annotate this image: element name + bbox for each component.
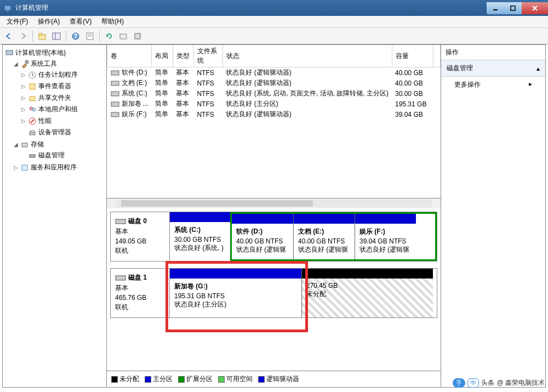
event-icon bbox=[28, 82, 37, 91]
properties-button[interactable] bbox=[83, 30, 96, 43]
users-icon bbox=[28, 105, 37, 114]
extended-partition[interactable]: 软件 (D:)40.00 GB NTFS状态良好 (逻辑驱文档 (E:)40.0… bbox=[230, 212, 437, 261]
tree-storage[interactable]: ◢存储 bbox=[12, 139, 105, 150]
horizontal-scrollbar[interactable] bbox=[107, 198, 441, 208]
window-maximize-button[interactable] bbox=[504, 2, 522, 14]
scrollbar-thumb[interactable] bbox=[121, 200, 313, 207]
disk-type: 基本 bbox=[115, 283, 165, 293]
tree-shared-folders[interactable]: ▷共享文件夹 bbox=[19, 93, 105, 103]
disk-size: 149.05 GB bbox=[115, 237, 165, 245]
partition[interactable]: 新加卷 (G:)195.31 GB NTFS状态良好 (主分区) bbox=[170, 269, 301, 317]
menu-file[interactable]: 文件(F) bbox=[2, 16, 32, 27]
chevron-right-icon: ▸ bbox=[529, 80, 532, 89]
svg-rect-13 bbox=[120, 34, 127, 39]
svg-rect-19 bbox=[30, 96, 35, 101]
legend: 未分配 主分区 扩展分区 可用空间 逻辑驱动器 bbox=[107, 371, 441, 387]
watermark-prefix: 头条 bbox=[481, 378, 494, 388]
legend-extended: 扩展分区 bbox=[178, 374, 213, 384]
tree-label: 共享文件夹 bbox=[38, 93, 71, 103]
svg-point-27 bbox=[34, 156, 35, 157]
tree-label: 磁盘管理 bbox=[38, 151, 65, 160]
disk-header[interactable]: 磁盘 0 基本 149.05 GB 联机 bbox=[111, 212, 170, 261]
disk-state: 联机 bbox=[115, 303, 165, 312]
tree-label: 事件查看器 bbox=[38, 82, 71, 91]
refresh-button[interactable] bbox=[102, 30, 116, 43]
disk-label: 磁盘 1 bbox=[128, 274, 147, 281]
toolbar-button-a[interactable] bbox=[117, 30, 130, 43]
volume-row[interactable]: 娱乐 (F:)简单基本NTFS状态良好 (逻辑驱动器)39.04 GB bbox=[107, 109, 441, 120]
svg-rect-14 bbox=[135, 33, 140, 39]
tree-disk-management[interactable]: 磁盘管理 bbox=[19, 150, 105, 161]
partition[interactable]: 文档 (E:)40.00 GB NTFS状态良好 (逻辑驱 bbox=[293, 214, 355, 259]
partition[interactable]: 娱乐 (F:)39.04 GB NTFS状态良好 (逻辑驱 bbox=[355, 214, 416, 259]
menu-help[interactable]: 帮助(H) bbox=[97, 16, 128, 27]
show-hide-tree-button[interactable] bbox=[50, 30, 63, 43]
disk-row[interactable]: 磁盘 0 基本 149.05 GB 联机 系统 (C:)30.00 GB NTF… bbox=[110, 212, 437, 262]
svg-rect-0 bbox=[4, 5, 11, 10]
col-volume[interactable]: 卷 bbox=[107, 45, 152, 67]
svg-rect-3 bbox=[511, 6, 515, 10]
partition[interactable]: 软件 (D:)40.00 GB NTFS状态良好 (逻辑驱 bbox=[232, 214, 293, 259]
partition[interactable]: 系统 (C:)30.00 GB NTFS状态良好 (系统, ) bbox=[170, 212, 230, 261]
svg-point-16 bbox=[25, 60, 28, 64]
tree-device-manager[interactable]: 设备管理器 bbox=[19, 127, 105, 138]
navigation-tree[interactable]: 计算机管理(本地) ◢系统工具 ▷任务计划程序 ▷事件查看器 ▷共享文件夹 ▷本… bbox=[3, 45, 107, 387]
actions-more[interactable]: 更多操作▸ bbox=[441, 77, 545, 93]
window-close-button[interactable] bbox=[522, 2, 548, 14]
tree-local-users[interactable]: ▷本地用户和组 bbox=[19, 104, 105, 115]
volume-list[interactable]: 卷 布局 类型 文件系统 状态 容量 软件 (D:)简单基本NTFS状态良好 (… bbox=[107, 45, 441, 198]
up-button[interactable] bbox=[36, 30, 49, 43]
actions-header: 操作 bbox=[441, 45, 545, 60]
svg-rect-31 bbox=[111, 92, 119, 96]
window-titlebar: 计算机管理 bbox=[0, 0, 548, 16]
disk-icon bbox=[28, 151, 37, 160]
services-icon bbox=[20, 163, 29, 172]
collapse-icon[interactable]: ◢ bbox=[13, 61, 19, 67]
collapse-icon[interactable]: ◢ bbox=[13, 141, 19, 147]
expand-icon[interactable]: ▷ bbox=[20, 95, 26, 101]
volume-row[interactable]: 新加卷 ...简单基本NTFS状态良好 (主分区)195.31 GB bbox=[107, 99, 441, 109]
menu-action[interactable]: 操作(A) bbox=[33, 16, 64, 27]
toolbar-button-b[interactable] bbox=[131, 30, 144, 43]
disk-row[interactable]: 磁盘 1 基本 465.76 GB 联机 新加卷 (G:)195.31 GB N… bbox=[110, 268, 437, 318]
window-minimize-button[interactable] bbox=[487, 2, 504, 14]
tree-task-scheduler[interactable]: ▷任务计划程序 bbox=[19, 70, 105, 80]
svg-rect-35 bbox=[116, 276, 125, 280]
svg-rect-18 bbox=[30, 84, 35, 89]
tree-system-tools[interactable]: ◢系统工具 bbox=[12, 59, 105, 69]
col-type[interactable]: 类型 bbox=[173, 45, 193, 67]
help-button[interactable]: ? bbox=[69, 30, 82, 43]
volume-row[interactable]: 系统 (C:)简单基本NTFS状态良好 (系统, 启动, 页面文件, 活动, 故… bbox=[107, 88, 441, 99]
tree-root[interactable]: 计算机管理(本地) bbox=[4, 48, 105, 58]
back-button[interactable] bbox=[2, 30, 15, 43]
svg-rect-29 bbox=[111, 71, 119, 75]
volume-icon bbox=[111, 80, 119, 87]
col-layout[interactable]: 布局 bbox=[152, 45, 173, 67]
expand-icon[interactable]: ▷ bbox=[13, 164, 19, 171]
disk-header[interactable]: 磁盘 1 基本 465.76 GB 联机 bbox=[111, 269, 170, 317]
expand-icon[interactable]: ▷ bbox=[20, 72, 26, 78]
expand-icon[interactable]: ▷ bbox=[20, 118, 26, 124]
unallocated-space[interactable]: 270.45 GB未分配 bbox=[301, 269, 433, 317]
disk-icon bbox=[115, 218, 126, 225]
col-capacity[interactable]: 容量 bbox=[392, 45, 433, 67]
tree-event-viewer[interactable]: ▷事件查看器 bbox=[19, 81, 105, 92]
computer-icon bbox=[5, 49, 14, 58]
disk-type: 基本 bbox=[115, 227, 165, 236]
collapse-icon[interactable]: ▴ bbox=[536, 65, 540, 72]
svg-rect-32 bbox=[111, 102, 119, 106]
disk-graphical-view[interactable]: 磁盘 0 基本 149.05 GB 联机 系统 (C:)30.00 GB NTF… bbox=[107, 208, 441, 371]
menu-view[interactable]: 查看(V) bbox=[65, 16, 96, 27]
col-filesystem[interactable]: 文件系统 bbox=[193, 45, 222, 67]
col-status[interactable]: 状态 bbox=[222, 45, 392, 67]
forward-button[interactable] bbox=[16, 30, 30, 43]
expand-icon[interactable]: ▷ bbox=[20, 106, 26, 112]
tree-label: 设备管理器 bbox=[38, 128, 71, 137]
tree-performance[interactable]: ▷性能 bbox=[19, 116, 105, 126]
tree-services-apps[interactable]: ▷服务和应用程序 bbox=[12, 162, 105, 173]
volume-row[interactable]: 文档 (E:)简单基本NTFS状态良好 (逻辑驱动器)40.00 GB bbox=[107, 78, 441, 88]
tree-root-label: 计算机管理(本地) bbox=[15, 48, 66, 58]
expand-icon[interactable]: ▷ bbox=[20, 83, 26, 89]
volume-row[interactable]: 软件 (D:)简单基本NTFS状态良好 (逻辑驱动器)40.00 GB bbox=[107, 67, 441, 78]
actions-section[interactable]: 磁盘管理▴ bbox=[441, 60, 545, 77]
